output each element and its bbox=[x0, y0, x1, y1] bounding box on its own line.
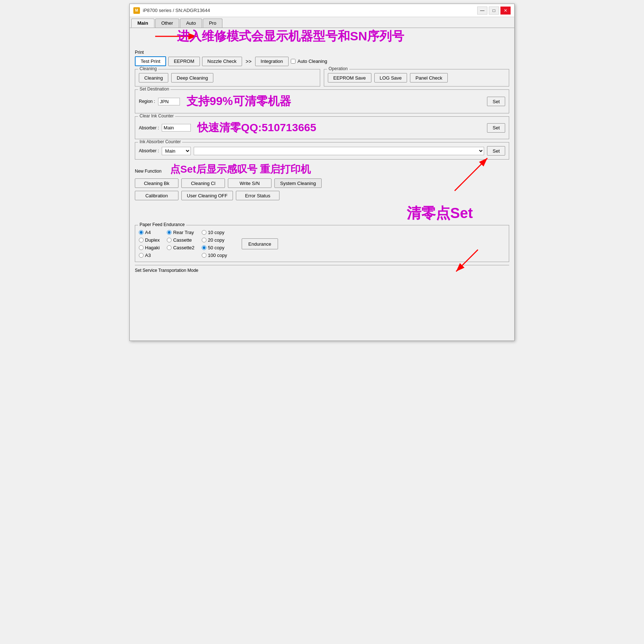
radio-10copy-input[interactable] bbox=[202, 230, 206, 235]
integration-button[interactable]: Integration bbox=[255, 57, 288, 66]
calibration-button[interactable]: Calibration bbox=[135, 191, 178, 200]
new-function-row1: Cleaning Bk Cleaning Cl Write S/N System… bbox=[135, 178, 509, 188]
operation-group-title: Operation bbox=[327, 66, 349, 71]
operation-buttons-row: EEPROM Save LOG Save Panel Check bbox=[328, 73, 505, 82]
tab-auto[interactable]: Auto bbox=[180, 19, 202, 28]
paper-type-col: A4 Duplex Hagaki A3 bbox=[139, 230, 160, 258]
tab-bar: Main Other Auto Pro bbox=[130, 17, 514, 28]
nozzle-check-button[interactable]: Nozzle Check bbox=[202, 57, 242, 66]
window-title: iP8700 series / SN:ADGR13644 bbox=[143, 8, 210, 13]
absorber-row: Absorber : Main Sub Set bbox=[139, 146, 505, 156]
minimize-button[interactable]: — bbox=[477, 7, 487, 15]
deep-cleaning-button[interactable]: Deep Cleaning bbox=[171, 73, 213, 82]
clear-ink-title: Clear Ink Counter bbox=[138, 113, 175, 118]
radio-a3: A3 bbox=[139, 253, 160, 258]
radio-50copy-label: 50 copy bbox=[208, 245, 225, 250]
tray-col: Rear Tray Cassette Cassette2 bbox=[167, 230, 194, 258]
test-print-button[interactable]: Test Print bbox=[135, 56, 166, 66]
set-destination-button[interactable]: Set bbox=[487, 97, 505, 106]
clear-ink-set-button[interactable]: Set bbox=[487, 123, 505, 133]
radio-duplex-label: Duplex bbox=[145, 237, 160, 243]
new-function-label: New Function bbox=[135, 169, 161, 174]
print-section: Print Test Print EEPROM Nozzle Check >> … bbox=[135, 50, 509, 66]
cleaning-bk-button[interactable]: Cleaning Bk bbox=[135, 178, 178, 188]
radio-a4-input[interactable] bbox=[139, 230, 144, 235]
absorber-label: Absorber : bbox=[139, 125, 159, 130]
cleaning-buttons-row: Cleaning Deep Cleaning bbox=[139, 73, 316, 82]
radio-duplex: Duplex bbox=[139, 237, 160, 243]
maximize-button[interactable]: □ bbox=[489, 7, 499, 15]
log-save-button[interactable]: LOG Save bbox=[374, 73, 407, 82]
paper-feed-title: Paper Feed Endurance bbox=[138, 222, 186, 227]
set-destination-title: Set Destination bbox=[138, 86, 170, 92]
write-sn-button[interactable]: Write S/N bbox=[228, 178, 271, 188]
arrows-label: >> bbox=[244, 59, 253, 64]
radio-50copy: 50 copy bbox=[202, 245, 227, 250]
radio-rear-tray-label: Rear Tray bbox=[173, 230, 194, 235]
cleaning-button[interactable]: Cleaning bbox=[139, 73, 168, 82]
absorber-input[interactable] bbox=[162, 124, 191, 132]
set-destination-group: Set Destination Region : 支持99%可清零机器 Set bbox=[135, 89, 509, 113]
system-cleaning-button[interactable]: System Cleaning bbox=[274, 178, 322, 188]
tab-main[interactable]: Main bbox=[131, 19, 154, 28]
eeprom-save-button[interactable]: EEPROM Save bbox=[328, 73, 371, 82]
overlay-line5: 清零点Set bbox=[407, 203, 473, 223]
radio-20copy: 20 copy bbox=[202, 237, 227, 243]
overlay-line4: 点Set后显示感叹号 重启打印机 bbox=[170, 164, 311, 175]
ink-absorber-select[interactable]: Main Sub bbox=[162, 147, 191, 155]
radio-duplex-input[interactable] bbox=[139, 238, 144, 242]
destination-row: Region : 支持99%可清零机器 Set bbox=[139, 93, 505, 109]
arrow-title bbox=[152, 31, 202, 42]
radio-cassette2-input[interactable] bbox=[167, 245, 172, 250]
radio-cassette-label: Cassette bbox=[173, 237, 192, 243]
app-icon: M bbox=[133, 7, 140, 14]
cleaning-cl-button[interactable]: Cleaning Cl bbox=[181, 178, 225, 188]
new-function-row2: Calibration User Cleaning OFF Error Stat… bbox=[135, 191, 509, 200]
cleaning-operation-row: Cleaning Cleaning Deep Cleaning Operatio… bbox=[135, 69, 509, 86]
ink-absorber-set-button[interactable]: Set bbox=[487, 146, 505, 156]
overlay-set-area: 清零点Set bbox=[135, 203, 509, 225]
clear-ink-group: Clear Ink Counter Absorber : 快速清零QQ:5107… bbox=[135, 116, 509, 139]
panel-check-button[interactable]: Panel Check bbox=[410, 73, 448, 82]
radio-20copy-label: 20 copy bbox=[208, 237, 225, 243]
eeprom-button[interactable]: EEPROM bbox=[168, 57, 200, 66]
ink-absorber-value-select[interactable] bbox=[194, 147, 484, 155]
radio-50copy-input[interactable] bbox=[202, 245, 206, 250]
pfe-inner: A4 Duplex Hagaki A3 bbox=[139, 230, 505, 258]
title-bar-left: M iP8700 series / SN:ADGR13644 bbox=[133, 7, 210, 14]
tab-pro[interactable]: Pro bbox=[203, 19, 222, 28]
radio-a3-input[interactable] bbox=[139, 253, 144, 258]
ink-absorber-title: Ink Absorber Counter bbox=[138, 139, 182, 144]
radio-100copy-label: 100 copy bbox=[208, 253, 227, 258]
cleaning-group-title: Cleaning bbox=[138, 66, 158, 71]
user-cleaning-off-button[interactable]: User Cleaning OFF bbox=[181, 191, 233, 200]
auto-cleaning-checkbox[interactable] bbox=[291, 59, 295, 64]
radio-cassette-input[interactable] bbox=[167, 238, 172, 242]
radio-a3-label: A3 bbox=[145, 253, 151, 258]
tab-other[interactable]: Other bbox=[155, 19, 180, 28]
overlay-line3: 快速清零QQ:510713665 bbox=[197, 120, 316, 135]
title-controls: — □ ✕ bbox=[477, 7, 511, 15]
operation-group: Operation EEPROM Save LOG Save Panel Che… bbox=[324, 69, 509, 86]
endurance-button[interactable]: Endurance bbox=[242, 238, 278, 249]
service-transport-label: Set Service Transportation Mode bbox=[135, 268, 198, 273]
main-window: M iP8700 series / SN:ADGR13644 — □ ✕ Mai… bbox=[129, 4, 515, 341]
bottom-section: Set Service Transportation Mode bbox=[135, 265, 509, 273]
auto-cleaning-label: Auto Cleaning bbox=[298, 59, 327, 64]
radio-rear-tray-input[interactable] bbox=[167, 230, 172, 235]
radio-cassette: Cassette bbox=[167, 237, 194, 243]
region-label: Region : bbox=[139, 99, 155, 104]
ink-absorber-label: Absorber : bbox=[139, 148, 159, 153]
new-function-area: New Function 点Set后显示感叹号 重启打印机 bbox=[135, 162, 509, 176]
content-area: 进入维修模式会显示机器型号和SN序列号 Print Test Print EEP… bbox=[130, 28, 514, 341]
radio-hagaki: Hagaki bbox=[139, 245, 160, 250]
overlay-line2: 支持99%可清零机器 bbox=[186, 93, 291, 109]
title-bar: M iP8700 series / SN:ADGR13644 — □ ✕ bbox=[130, 4, 514, 17]
radio-hagaki-input[interactable] bbox=[139, 245, 144, 250]
radio-100copy-input[interactable] bbox=[202, 253, 206, 258]
close-button[interactable]: ✕ bbox=[500, 7, 511, 15]
radio-rear-tray: Rear Tray bbox=[167, 230, 194, 235]
radio-20copy-input[interactable] bbox=[202, 238, 206, 242]
error-status-button[interactable]: Error Status bbox=[236, 191, 279, 200]
region-input[interactable] bbox=[158, 98, 180, 105]
